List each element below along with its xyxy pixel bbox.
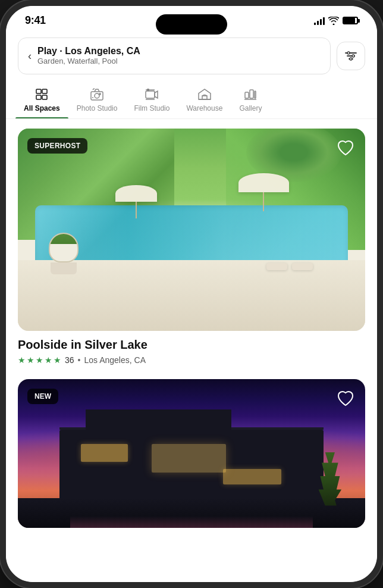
star-3: ★ bbox=[36, 355, 43, 365]
svg-rect-18 bbox=[202, 96, 207, 99]
tab-all-spaces[interactable]: All Spaces bbox=[15, 83, 68, 118]
svg-rect-9 bbox=[42, 95, 47, 99]
svg-rect-20 bbox=[245, 92, 249, 98]
star-5: ★ bbox=[54, 355, 61, 365]
content-area: ‹ Play · Los Angeles, CA Garden, Waterfa… bbox=[6, 32, 377, 572]
location-1: Los Angeles, CA bbox=[84, 355, 146, 365]
tab-gallery[interactable]: Gallery bbox=[231, 83, 270, 118]
all-spaces-icon bbox=[34, 87, 49, 102]
listing-name-1: Poolside in Silver Lake bbox=[18, 338, 365, 352]
signal-icon bbox=[314, 17, 325, 25]
svg-point-5 bbox=[350, 58, 352, 60]
search-subtitle: Garden, Waterfall, Pool bbox=[37, 57, 321, 67]
superhost-badge: SUPERHOST bbox=[27, 138, 87, 154]
svg-rect-22 bbox=[255, 91, 256, 98]
category-tabs: All Spaces Photo Studio bbox=[6, 80, 377, 119]
listing-image-2[interactable]: NEW bbox=[18, 379, 365, 528]
tab-film-studio[interactable]: Film Studio bbox=[125, 83, 178, 118]
back-arrow-icon[interactable]: ‹ bbox=[28, 50, 32, 62]
phone-inner: 9:41 bbox=[6, 6, 377, 582]
tab-all-spaces-label: All Spaces bbox=[24, 104, 60, 112]
warehouse-icon bbox=[197, 87, 212, 102]
svg-rect-8 bbox=[36, 95, 41, 99]
listings-container: SUPERHOST Poolside in Silver Lake ★ bbox=[6, 119, 377, 552]
film-studio-icon bbox=[145, 87, 159, 102]
svg-rect-14 bbox=[146, 91, 155, 98]
svg-rect-6 bbox=[36, 89, 41, 93]
svg-point-11 bbox=[95, 93, 99, 98]
svg-point-4 bbox=[352, 55, 354, 57]
dot-separator-1: • bbox=[78, 355, 81, 365]
heart-icon-1 bbox=[337, 140, 354, 157]
listing-image-1[interactable]: SUPERHOST bbox=[18, 129, 365, 331]
wifi-icon bbox=[328, 17, 339, 25]
photo-studio-icon bbox=[90, 87, 104, 102]
svg-rect-12 bbox=[99, 93, 101, 95]
search-bar[interactable]: ‹ Play · Los Angeles, CA Garden, Waterfa… bbox=[18, 37, 331, 74]
gallery-icon bbox=[243, 87, 258, 102]
star-rating-1: ★ ★ ★ ★ ★ bbox=[18, 355, 61, 365]
listing-card-1: SUPERHOST Poolside in Silver Lake ★ bbox=[18, 129, 365, 365]
phone-frame: 9:41 bbox=[0, 0, 383, 588]
listing-card-2: NEW bbox=[18, 379, 365, 528]
tab-film-studio-label: Film Studio bbox=[134, 104, 169, 112]
svg-rect-7 bbox=[42, 89, 47, 93]
star-4: ★ bbox=[45, 355, 52, 365]
search-title: Play · Los Angeles, CA bbox=[37, 45, 321, 57]
favorite-button-2[interactable] bbox=[334, 387, 357, 410]
listing-info-1: Poolside in Silver Lake ★ ★ ★ ★ ★ 36 • bbox=[18, 331, 365, 365]
tab-gallery-label: Gallery bbox=[239, 104, 262, 112]
favorite-button-1[interactable] bbox=[334, 137, 357, 159]
tab-warehouse[interactable]: Warehouse bbox=[178, 83, 231, 118]
star-1: ★ bbox=[18, 355, 26, 365]
heart-icon-2 bbox=[337, 390, 354, 407]
listing-meta-1: ★ ★ ★ ★ ★ 36 • Los Angeles, CA bbox=[18, 355, 365, 365]
tab-warehouse-label: Warehouse bbox=[186, 104, 222, 112]
filter-icon bbox=[344, 51, 357, 61]
svg-point-3 bbox=[347, 52, 350, 54]
status-time: 9:41 bbox=[25, 14, 46, 27]
svg-rect-21 bbox=[250, 90, 253, 98]
tab-photo-studio-label: Photo Studio bbox=[77, 104, 118, 112]
status-icons bbox=[314, 17, 358, 25]
filter-button[interactable] bbox=[337, 42, 365, 70]
search-text-block: Play · Los Angeles, CA Garden, Waterfall… bbox=[37, 45, 321, 67]
battery-icon bbox=[343, 17, 358, 24]
dynamic-island bbox=[156, 14, 227, 35]
review-count-1: 36 bbox=[65, 355, 74, 365]
tab-photo-studio[interactable]: Photo Studio bbox=[68, 83, 126, 118]
star-2: ★ bbox=[27, 355, 34, 365]
svg-rect-10 bbox=[91, 92, 103, 100]
new-badge: NEW bbox=[27, 389, 58, 404]
search-bar-container: ‹ Play · Los Angeles, CA Garden, Waterfa… bbox=[6, 32, 377, 80]
